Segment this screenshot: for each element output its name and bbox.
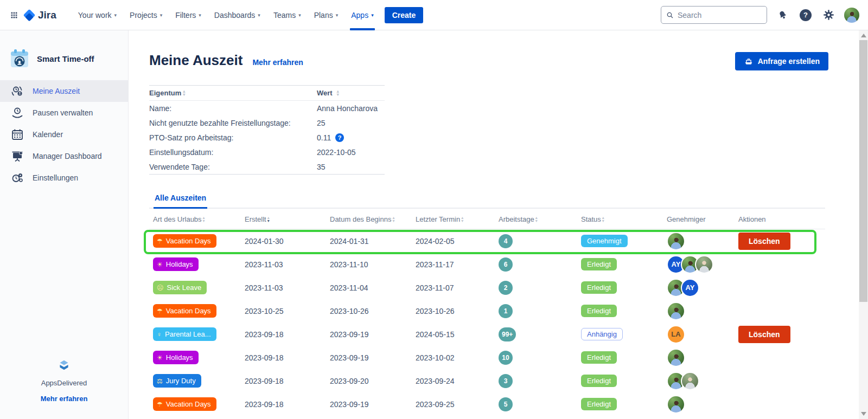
created-date: 2023-10-25 [241,307,326,315]
nav-item-teams[interactable]: Teams▾ [267,0,308,30]
workdays-badge: 1 [499,304,513,318]
create-request-button[interactable]: Anfrage erstellen [735,52,828,70]
end-date: 2023-11-17 [412,260,495,269]
table-row: ☹Sick Leave 2023-11-03 2023-11-04 2023-1… [149,276,825,299]
approvers-group [663,302,735,320]
user-properties-table: Eigentum▴▾ Wert▴▾ Name: Anna Honcharova … [149,85,385,175]
start-date: 2024-01-31 [326,237,412,246]
search-box[interactable] [661,6,767,24]
nav-item-your-work[interactable]: Your work▾ [72,0,123,30]
approvers-group [663,395,735,414]
table-row: ☂Vacation Days 2023-09-18 2023-09-19 202… [149,392,825,416]
workdays-badge: 6 [499,257,513,272]
user-avatar[interactable] [844,8,859,23]
top-navigation: Jira Your work▾ Projects▾ Filters▾ Dashb… [0,0,868,30]
column-header[interactable]: Status▴▾ [577,215,663,223]
scrollbar-thumb[interactable] [859,40,867,302]
end-date: 2023-09-24 [412,377,495,385]
approver-avatar-photo[interactable] [667,349,685,367]
help-icon[interactable]: ? [799,8,813,22]
value-column-header[interactable]: Wert▴▾ [317,89,385,97]
delete-button[interactable]: Löschen [738,233,790,250]
property-column-header[interactable]: Eigentum▴▾ [149,89,317,97]
scroll-up-arrow-icon[interactable] [861,34,866,37]
approvers-group [663,349,735,367]
pto-rate-help-icon[interactable]: ? [335,133,344,142]
created-date: 2023-09-18 [241,353,326,362]
column-header[interactable]: Erstellt▴▾ [241,215,326,223]
sort-icon[interactable]: ▴▾ [461,216,463,223]
workdays-badge: 5 [499,397,513,411]
tab-alle-auszeiten[interactable]: Alle Auszeiten [154,194,207,209]
nav-item-projects[interactable]: Projects▾ [123,0,169,30]
approver-avatar-photo[interactable] [667,232,685,250]
approvers-group: AY [663,279,735,297]
start-date: 2023-09-19 [326,400,412,409]
sidebar-item-label: Meine Auszeit [33,87,80,95]
app-switcher-icon[interactable] [9,8,23,22]
pregnant-woman-icon: ♀ [157,331,162,338]
workdays-badge: 2 [499,281,513,295]
tab-bar: Alle Auszeiten [149,193,825,209]
column-header[interactable]: Arbeitstage▴▾ [495,215,577,223]
approver-avatar-initials[interactable]: AY [681,279,699,297]
ship-icon [744,56,754,66]
nav-item-dashboards[interactable]: Dashboards▾ [208,0,267,30]
settings-gear-icon[interactable] [821,8,835,22]
table-row: ⚖Jury Duty 2023-09-18 2023-09-20 2023-09… [149,369,825,392]
sidebar-item-pausen-verwalten[interactable]: Pausen verwalten [0,102,128,124]
vertical-scrollbar[interactable] [859,30,868,419]
workdays-badge: 10 [499,351,513,365]
approver-avatar-photo[interactable] [695,255,713,274]
workdays-badge: 3 [499,374,513,388]
workdays-badge: 99+ [499,327,516,341]
chevron-down-icon: ▾ [371,12,374,18]
nav-item-plans[interactable]: Plans▾ [308,0,345,30]
nav-item-apps[interactable]: Apps▾ [344,0,380,30]
end-date: 2023-09-25 [412,400,495,409]
leave-type-badge: ♀Parental Lea... [153,327,216,341]
approver-avatar-photo[interactable] [667,395,685,414]
search-input[interactable] [678,11,754,20]
approvers-group: LA [663,325,735,344]
vendor-learn-more-link[interactable]: Mehr erfahren [0,395,128,403]
delete-button[interactable]: Löschen [738,326,790,343]
sidebar-item-label: Pausen verwalten [33,108,93,117]
create-button[interactable]: Create [385,7,424,23]
sort-icon[interactable]: ▴▾ [602,216,604,223]
approver-avatar-photo[interactable] [667,302,685,320]
column-header[interactable]: Datum des Beginns▴▾ [326,215,412,223]
sidebar-item-kalender[interactable]: Kalender [0,124,128,145]
column-header[interactable]: Art des Urlaubs▴▾ [149,215,241,223]
end-date: 2023-10-26 [412,307,495,315]
sidebar-item-manager-dashboard[interactable]: Manager Dashboard [0,145,128,167]
column-header: Aktionen [735,215,825,223]
end-date: 2024-02-05 [412,237,495,246]
jira-logo[interactable]: Jira [23,9,56,22]
sort-icon[interactable]: ▴▾ [392,216,394,223]
notifications-bell-icon[interactable] [776,8,790,22]
status-badge: Anhängig [581,328,623,340]
approvers-group [663,372,735,390]
chevron-down-icon: ▾ [336,12,339,18]
properties-header-row: Eigentum▴▾ Wert▴▾ [149,86,385,101]
column-header[interactable]: Letzter Termin▴▾ [412,215,495,223]
created-date: 2024-01-30 [241,237,326,246]
manage-breaks-icon [11,106,24,119]
nav-item-filters[interactable]: Filters▾ [169,0,208,30]
sunset-icon: ☀ [157,354,163,361]
approver-avatar-photo[interactable] [681,372,699,390]
calendar-icon [11,128,24,141]
sort-icon[interactable]: ▴▾ [203,216,205,223]
learn-more-link[interactable]: Mehr erfahren [252,58,303,67]
sort-icon[interactable]: ▴▾ [535,216,538,223]
scroll-down-arrow-icon[interactable] [861,412,866,416]
dashboard-icon [11,150,24,163]
leave-type-badge: ☂Vacation Days [153,304,216,318]
approvers-group: AY [663,255,735,274]
sidebar-item-einstellungen[interactable]: Einstellungen [0,167,128,189]
beach-umbrella-icon: ☂ [157,238,163,244]
sidebar-item-meine-auszeit[interactable]: Meine Auszeit [0,80,128,102]
approver-avatar-initials[interactable]: LA [667,325,685,344]
sort-icon[interactable]: ▴▾ [267,216,270,223]
